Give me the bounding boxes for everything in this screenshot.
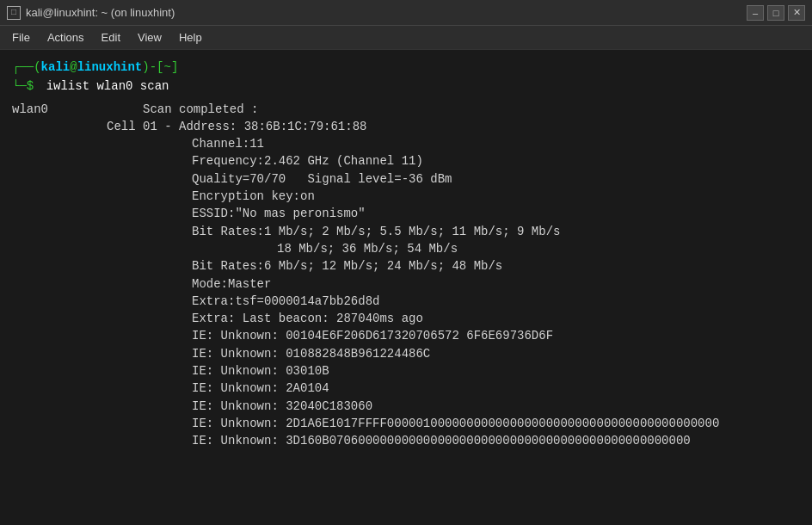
output-line-9: Bit Rates:6 Mb/s; 12 Mb/s; 24 Mb/s; 48 M… xyxy=(12,257,800,275)
output-line-11: Extra:tsf=0000014a7bb26d8d xyxy=(12,293,800,310)
output-block: wlan0 Scan completed : Cell 01 - Address… xyxy=(12,101,800,450)
window-controls: – □ ✕ xyxy=(747,5,805,21)
output-line-8: 18 Mb/s; 36 Mb/s; 54 Mb/s xyxy=(12,240,800,257)
output-line-1: Cell 01 - Address: 38:6B:1C:79:61:88 xyxy=(12,118,800,135)
output-line-16: IE: Unknown: 2A0104 xyxy=(12,380,800,397)
output-line-18: IE: Unknown: 2D1A6E1017FFFF0000010000000… xyxy=(12,415,800,432)
prompt-at: @ xyxy=(70,59,77,76)
output-line-7: Bit Rates:1 Mb/s; 2 Mb/s; 5.5 Mb/s; 11 M… xyxy=(12,223,800,240)
output-line-6: ESSID:"No mas peronismo" xyxy=(12,205,800,222)
prompt-dir: ~ xyxy=(163,59,170,76)
window-icon-symbol: □ xyxy=(11,8,16,17)
prompt-user: kali xyxy=(41,59,71,76)
command-line: └─ $ iwlist wlan0 scan xyxy=(12,77,800,95)
menu-help[interactable]: Help xyxy=(170,28,211,47)
title-bar-left: □ kali@linuxhint: ~ (on linuxhint) xyxy=(7,6,175,20)
prompt-host: linuxhint xyxy=(77,59,143,76)
prompt-elbow: └─ xyxy=(12,77,27,95)
window: □ kali@linuxhint: ~ (on linuxhint) – □ ✕… xyxy=(0,0,812,525)
menu-view[interactable]: View xyxy=(129,28,170,47)
menu-bar: File Actions Edit View Help xyxy=(0,26,812,50)
prompt-line: ┌──(kali@linuxhint)-[~] xyxy=(12,59,800,76)
output-line-3: Frequency:2.462 GHz (Channel 11) xyxy=(12,152,800,170)
output-line-19: IE: Unknown: 3D160B070600000000000000000… xyxy=(12,432,800,449)
output-line-10: Mode:Master xyxy=(12,275,800,293)
minimize-button[interactable]: – xyxy=(747,5,764,21)
output-line-14: IE: Unknown: 010882848B961224486C xyxy=(12,345,800,362)
output-line-4: Quality=70/70 Signal level=-36 dBm xyxy=(12,170,800,188)
output-line-5: Encryption key:on xyxy=(12,188,800,205)
output-line-17: IE: Unknown: 32040C183060 xyxy=(12,398,800,415)
output-line-0: wlan0 Scan completed : xyxy=(12,101,800,118)
terminal[interactable]: ┌──(kali@linuxhint)-[~] └─ $ iwlist wlan… xyxy=(0,50,812,525)
prompt-bracket-close: ] xyxy=(171,59,178,76)
menu-edit[interactable]: Edit xyxy=(93,28,129,47)
menu-actions[interactable]: Actions xyxy=(39,28,93,47)
output-line-12: Extra: Last beacon: 287040ms ago xyxy=(12,310,800,327)
iface-label: wlan0 xyxy=(12,101,107,118)
output-line-2: Channel:11 xyxy=(12,135,800,152)
title-bar: □ kali@linuxhint: ~ (on linuxhint) – □ ✕ xyxy=(0,0,812,26)
window-title: kali@linuxhint: ~ (on linuxhint) xyxy=(26,6,175,19)
output-line-15: IE: Unknown: 03010B xyxy=(12,362,800,380)
window-icon: □ xyxy=(7,6,21,20)
menu-file[interactable]: File xyxy=(3,28,39,47)
prompt-dollar: $ xyxy=(27,77,41,95)
prompt-command: iwlist wlan0 scan xyxy=(46,77,169,95)
close-button[interactable]: ✕ xyxy=(788,5,805,21)
output-line-13: IE: Unknown: 00104E6F206D617320706572 6F… xyxy=(12,327,800,344)
prompt-close-paren: )-[ xyxy=(142,59,163,76)
maximize-button[interactable]: □ xyxy=(767,5,784,21)
prompt-open-paren: ┌──( xyxy=(12,59,41,76)
